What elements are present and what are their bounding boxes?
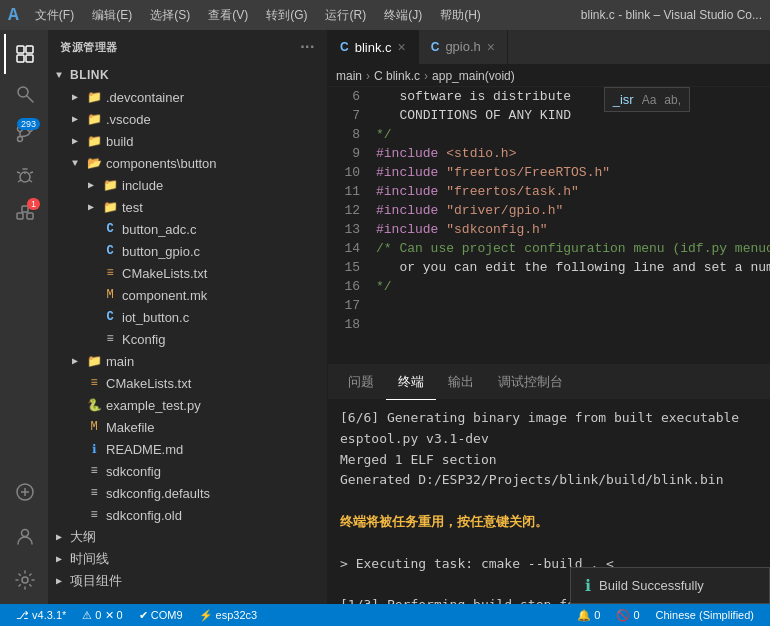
source-control-badge: 293 bbox=[17, 118, 40, 130]
terminal-line: Generated D:/ESP32/Projects/blink/build/… bbox=[340, 470, 758, 491]
sidebar-item[interactable]: ▶📁.devcontainer bbox=[48, 86, 327, 108]
build-success-text: Build Successfully bbox=[599, 578, 704, 593]
sidebar-more-icon[interactable]: ··· bbox=[300, 38, 315, 56]
sidebar-item[interactable]: ▶ℹREADME.md bbox=[48, 438, 327, 460]
code-line[interactable]: #include "driver/gpio.h" bbox=[376, 201, 762, 220]
app-icon: A bbox=[8, 5, 19, 25]
code-line[interactable]: */ bbox=[376, 277, 762, 296]
menu-item[interactable]: 终端(J) bbox=[376, 3, 430, 28]
code-line[interactable]: /* Can use project configuration menu (i… bbox=[376, 239, 762, 258]
code-line[interactable]: #include <stdio.h> bbox=[376, 144, 762, 163]
sidebar-item[interactable]: ▶📁.vscode bbox=[48, 108, 327, 130]
menu-item[interactable]: 文件(F) bbox=[27, 3, 82, 28]
activity-account[interactable] bbox=[4, 516, 44, 556]
errors[interactable]: ⚠ 0 ✕ 0 bbox=[74, 604, 130, 626]
activity-extensions[interactable]: 1 bbox=[4, 194, 44, 234]
sidebar-item[interactable]: ▶Cbutton_adc.c bbox=[48, 218, 327, 240]
breadcrumb-item[interactable]: main bbox=[336, 69, 362, 83]
editor-tab[interactable]: Cblink.c× bbox=[328, 30, 419, 64]
svg-point-14 bbox=[22, 530, 29, 537]
svg-rect-2 bbox=[26, 46, 33, 53]
menu-item[interactable]: 选择(S) bbox=[142, 3, 198, 28]
code-line[interactable]: #include "freertos/task.h" bbox=[376, 182, 762, 201]
sidebar-item[interactable]: ▼📂components\button bbox=[48, 152, 327, 174]
terminal-line: Merged 1 ELF section bbox=[340, 450, 758, 471]
panel-tab[interactable]: 调试控制台 bbox=[486, 365, 575, 400]
svg-rect-1 bbox=[17, 55, 24, 62]
panel-tab[interactable]: 终端 bbox=[386, 365, 436, 400]
terminal-line: [6/6] Generating binary image from built… bbox=[340, 408, 758, 429]
device[interactable]: ⚡ esp32c3 bbox=[191, 604, 266, 626]
line-number: 8 bbox=[328, 125, 360, 144]
code-line[interactable]: or you can edit the following line and s… bbox=[376, 258, 762, 277]
sidebar-item[interactable]: ▶≡Kconfig bbox=[48, 328, 327, 350]
sidebar-item[interactable]: ▶≡sdkconfig.old bbox=[48, 504, 327, 526]
code-line[interactable]: software is distribute bbox=[376, 87, 762, 106]
code-line[interactable]: #include "freertos/FreeRTOS.h" bbox=[376, 163, 762, 182]
sidebar-header: 资源管理器 ··· bbox=[48, 30, 327, 64]
svg-rect-11 bbox=[27, 213, 33, 219]
svg-line-5 bbox=[27, 96, 33, 102]
sidebar-item[interactable]: ▶Ciot_button.c bbox=[48, 306, 327, 328]
line-number: 6 bbox=[328, 87, 360, 106]
breadcrumb-separator: › bbox=[424, 69, 428, 83]
window-title: blink.c - blink – Visual Studio Co... bbox=[581, 8, 762, 22]
autocomplete-aa[interactable]: Aa bbox=[642, 93, 657, 107]
activity-debug[interactable] bbox=[4, 154, 44, 194]
panel-tab[interactable]: 输出 bbox=[436, 365, 486, 400]
terminal-line: esptool.py v3.1-dev bbox=[340, 429, 758, 450]
svg-rect-10 bbox=[17, 213, 23, 219]
breadcrumb-item[interactable]: C blink.c bbox=[374, 69, 420, 83]
sidebar-item[interactable]: ▶MMakefile bbox=[48, 416, 327, 438]
terminal-line bbox=[340, 533, 758, 554]
sidebar-item[interactable]: ▶Cbutton_gpio.c bbox=[48, 240, 327, 262]
editor-tab[interactable]: Cgpio.h× bbox=[419, 30, 508, 64]
git-branch[interactable]: ⎇ v4.3.1* bbox=[8, 604, 74, 626]
breadcrumb-item[interactable]: app_main(void) bbox=[432, 69, 515, 83]
sidebar-item[interactable]: ▶📁include bbox=[48, 174, 327, 196]
autocomplete-popup[interactable]: _isr Aa ab, bbox=[604, 87, 690, 112]
svg-point-15 bbox=[22, 577, 28, 583]
sidebar-root[interactable]: ▼BLINK bbox=[48, 64, 327, 86]
sidebar-section[interactable]: ▶大纲 bbox=[48, 526, 327, 548]
line-number: 14 bbox=[328, 239, 360, 258]
svg-rect-3 bbox=[26, 55, 33, 62]
sidebar-item[interactable]: ▶Mcomponent.mk bbox=[48, 284, 327, 306]
status-notification[interactable]: 🚫 0 bbox=[608, 604, 647, 626]
menu-item[interactable]: 查看(V) bbox=[200, 3, 256, 28]
sidebar-item[interactable]: ▶≡sdkconfig bbox=[48, 460, 327, 482]
sidebar-item[interactable]: ▶📁build bbox=[48, 130, 327, 152]
activity-search[interactable] bbox=[4, 74, 44, 114]
code-line[interactable]: CONDITIONS OF ANY KIND bbox=[376, 106, 762, 125]
sidebar-item[interactable]: ▶≡CMakeLists.txt bbox=[48, 262, 327, 284]
code-content[interactable]: software is distribute CONDITIONS OF ANY… bbox=[368, 87, 770, 364]
menu-item[interactable]: 帮助(H) bbox=[432, 3, 489, 28]
activity-explorer[interactable] bbox=[4, 34, 44, 74]
menu-item[interactable]: 运行(R) bbox=[317, 3, 374, 28]
line-number: 17 bbox=[328, 296, 360, 315]
menu-item[interactable]: 编辑(E) bbox=[84, 3, 140, 28]
code-line[interactable]: */ bbox=[376, 125, 762, 144]
sidebar-item[interactable]: ▶≡CMakeLists.txt bbox=[48, 372, 327, 394]
sidebar-section[interactable]: ▶时间线 bbox=[48, 548, 327, 570]
status-language[interactable]: Chinese (Simplified) bbox=[648, 604, 762, 626]
activity-espressif[interactable] bbox=[4, 472, 44, 512]
sidebar-item[interactable]: ▶🐍example_test.py bbox=[48, 394, 327, 416]
sidebar-item[interactable]: ▶📁main bbox=[48, 350, 327, 372]
activity-bar: 293 1 bbox=[0, 30, 48, 604]
activity-source-control[interactable]: 293 bbox=[4, 114, 44, 154]
sidebar-item[interactable]: ▶≡sdkconfig.defaults bbox=[48, 482, 327, 504]
status-notification[interactable]: 🔔 0 bbox=[569, 604, 608, 626]
line-number: 12 bbox=[328, 201, 360, 220]
activity-settings[interactable] bbox=[4, 560, 44, 600]
menu-item[interactable]: 转到(G) bbox=[258, 3, 315, 28]
breadcrumb: main›C blink.c›app_main(void) bbox=[328, 65, 770, 87]
code-line[interactable]: #include "sdkconfig.h" bbox=[376, 220, 762, 239]
sidebar-title: 资源管理器 bbox=[60, 40, 118, 55]
port[interactable]: ✔ COM9 bbox=[131, 604, 191, 626]
panel-tab[interactable]: 问题 bbox=[336, 365, 386, 400]
line-number: 13 bbox=[328, 220, 360, 239]
sidebar-item[interactable]: ▶📁test bbox=[48, 196, 327, 218]
autocomplete-ab[interactable]: ab, bbox=[664, 93, 681, 107]
sidebar-section[interactable]: ▶项目组件 bbox=[48, 570, 327, 592]
